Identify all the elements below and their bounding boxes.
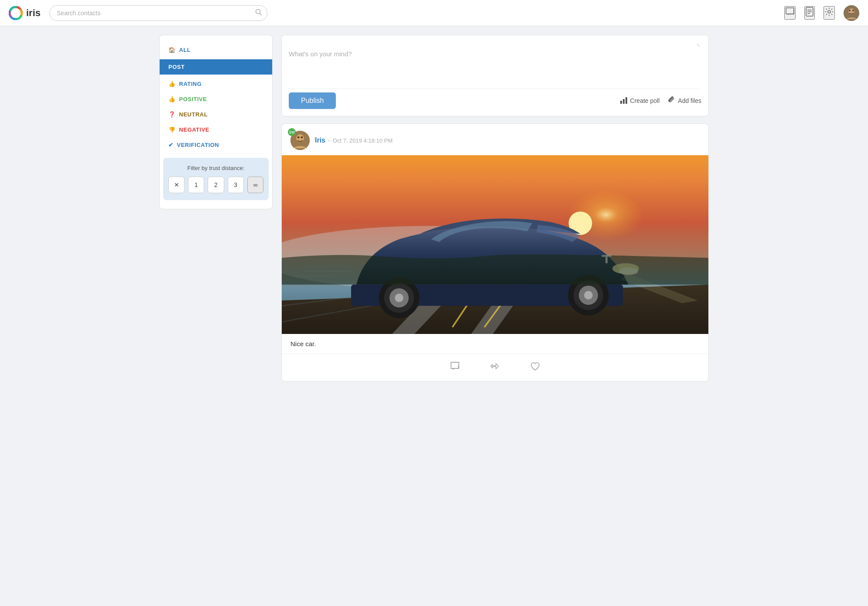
first-badge: 1st (288, 128, 296, 136)
compose-bottom: Publish Create poll (289, 89, 701, 109)
add-files-button[interactable]: Add files (668, 96, 701, 106)
chat-icon[interactable] (784, 6, 796, 20)
sidebar-item-neutral-label: NEUTRAL (179, 111, 208, 118)
post-separator: - (328, 137, 330, 144)
svg-rect-13 (623, 99, 625, 104)
header-right (784, 5, 859, 21)
search-input[interactable] (49, 5, 267, 21)
logo-area[interactable]: iris (9, 6, 41, 20)
svg-rect-14 (625, 97, 627, 104)
filter-label: Filter by trust distance: (168, 165, 263, 171)
svg-point-16 (296, 134, 304, 142)
post-timestamp: Oct 7, 2019 4:18:10 PM (333, 137, 393, 144)
trust-filter-box: Filter by trust distance: ✕ 1 2 3 ∞ (163, 158, 269, 200)
post-text: Nice car. (282, 334, 708, 354)
sidebar-item-rating[interactable]: 👍 RATING (160, 76, 272, 92)
user-avatar-header[interactable] (844, 5, 859, 21)
sidebar: 🏠 ALL POST 👍 RATING 👍 POSITIVE ❓ NEUTRAL… (159, 35, 273, 381)
svg-point-17 (297, 136, 300, 139)
thumbs-down-icon: 👎 (168, 126, 176, 133)
svg-point-10 (849, 10, 851, 11)
create-poll-label: Create poll (630, 97, 660, 104)
sidebar-card: 🏠 ALL POST 👍 RATING 👍 POSITIVE ❓ NEUTRAL… (159, 35, 273, 209)
sidebar-item-negative-label: NEGATIVE (179, 126, 210, 133)
sidebar-item-all[interactable]: 🏠 ALL (160, 42, 272, 58)
post-header: 1st Iris - Oct 7, 2019 4:18:10 PM (282, 124, 708, 155)
create-poll-button[interactable]: Create poll (620, 96, 660, 106)
post-meta: Iris - Oct 7, 2019 4:18:10 PM (315, 136, 393, 144)
trust-btn-2[interactable]: 2 (208, 177, 224, 193)
sidebar-item-rating-label: RATING (179, 81, 202, 87)
post-avatar: 1st (290, 131, 310, 150)
publish-button[interactable]: Publish (289, 92, 336, 109)
question-icon: ❓ (168, 111, 176, 118)
svg-rect-12 (620, 101, 622, 104)
sidebar-item-verification-label: VERIFICATION (177, 142, 219, 148)
compose-actions: Create poll Add files (620, 96, 701, 106)
trust-btn-x[interactable]: ✕ (168, 177, 185, 193)
sidebar-item-verification[interactable]: ✔ VERIFICATION (160, 137, 272, 153)
thumbs-up-icon: 👍 (168, 81, 176, 87)
thumbs-up-green-icon: 👍 (168, 96, 176, 102)
trust-btn-3[interactable]: 3 (228, 177, 244, 193)
sidebar-item-post-label: POST (168, 64, 185, 70)
svg-point-33 (395, 293, 403, 302)
search-bar (49, 5, 267, 21)
compose-card: ⤡ Publish Create poll (281, 35, 709, 116)
trust-btn-infinity[interactable]: ∞ (247, 177, 263, 193)
main-header: iris (0, 0, 868, 26)
search-icon[interactable] (255, 9, 262, 17)
svg-line-2 (260, 13, 262, 15)
gear-icon[interactable] (824, 6, 835, 20)
sidebar-item-post[interactable]: POST (160, 59, 272, 75)
feed: ⤡ Publish Create poll (281, 35, 709, 381)
svg-point-7 (828, 10, 830, 13)
svg-point-18 (301, 136, 303, 139)
add-files-label: Add files (678, 97, 701, 104)
home-icon: 🏠 (168, 47, 176, 53)
document-icon[interactable] (804, 6, 815, 20)
trust-buttons: ✕ 1 2 3 ∞ (168, 177, 263, 193)
iris-logo-icon (9, 6, 23, 20)
post-card: 1st Iris - Oct 7, 2019 4:18:10 PM (281, 123, 709, 381)
svg-point-11 (852, 10, 854, 11)
post-actions (282, 354, 708, 381)
sidebar-item-negative[interactable]: 👎 NEGATIVE (160, 122, 272, 137)
sidebar-item-positive-label: POSITIVE (179, 96, 207, 102)
logo-text: iris (26, 7, 41, 19)
post-author: Iris (315, 136, 325, 144)
sidebar-item-neutral[interactable]: ❓ NEUTRAL (160, 107, 272, 122)
post-image-tesla (282, 155, 708, 334)
main-content: 🏠 ALL POST 👍 RATING 👍 POSITIVE ❓ NEUTRAL… (150, 26, 718, 390)
sidebar-item-positive[interactable]: 👍 POSITIVE (160, 92, 272, 107)
svg-point-29 (584, 291, 593, 300)
sidebar-item-all-label: ALL (179, 47, 191, 53)
poll-icon (620, 96, 628, 106)
compose-textarea[interactable] (289, 48, 701, 83)
paperclip-icon (668, 96, 675, 106)
like-button[interactable] (528, 359, 542, 376)
check-icon: ✔ (168, 142, 174, 148)
comment-button[interactable] (448, 359, 462, 376)
trust-btn-1[interactable]: 1 (188, 177, 204, 193)
resize-handle: ⤡ (289, 42, 701, 48)
repost-button[interactable] (488, 359, 502, 376)
